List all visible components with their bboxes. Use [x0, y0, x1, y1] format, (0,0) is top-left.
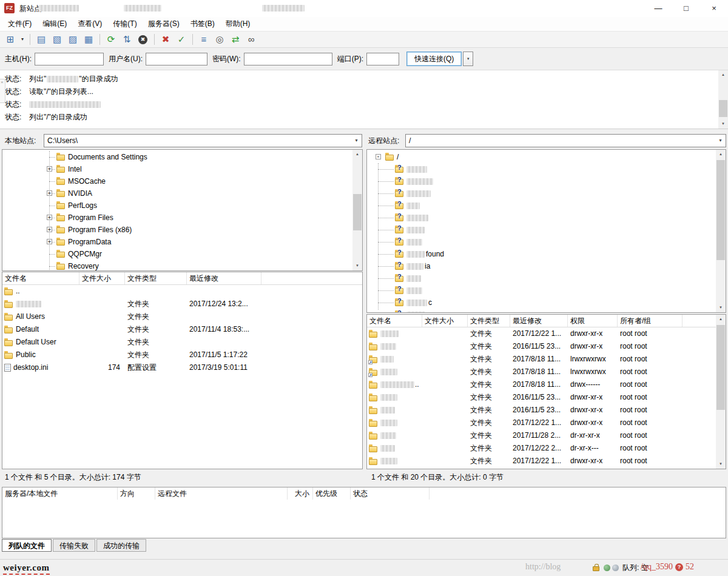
remote-site-combo[interactable]: / ▾ [405, 134, 726, 147]
local-site-combo[interactable]: C:\Users\ ▾ [44, 134, 362, 147]
disconnect-button[interactable]: ✖ [158, 33, 173, 46]
scroll-down-icon[interactable]: ▼ [716, 460, 726, 469]
file-row[interactable]: ↗文件夹2017/8/18 11...lrwxrwxrwxroot root [367, 366, 726, 378]
column-header[interactable]: 最近修改 [187, 272, 261, 284]
file-row[interactable]: ..文件夹2017/8/18 11...drwx------root root [367, 378, 726, 391]
file-row[interactable]: 文件夹2016/11/5 23...drwxr-xr-xroot root [367, 340, 726, 353]
tree-item[interactable]: ? [367, 309, 726, 313]
close-button[interactable]: × [700, 0, 728, 17]
column-header[interactable]: 大小 [288, 487, 313, 500]
tree-item[interactable]: ? [367, 175, 726, 187]
tree-expander[interactable]: + [47, 239, 52, 244]
maximize-button[interactable]: □ [672, 0, 700, 17]
tree-item[interactable]: +Program Files [2, 212, 362, 224]
file-row[interactable]: Default User文件夹 [2, 336, 362, 349]
scroll-track[interactable] [716, 159, 726, 303]
cancel-button[interactable]: ✖ [138, 35, 147, 44]
scroll-up-icon[interactable]: ▲ [716, 315, 726, 324]
scroll-up-icon[interactable]: ▲ [718, 70, 728, 79]
tree-item[interactable]: ?ia [367, 260, 726, 272]
tree-expander[interactable]: - [376, 154, 381, 159]
tree-item[interactable]: Recovery [2, 260, 362, 271]
remote-list-scrollbar[interactable]: ▲▼ [716, 315, 726, 469]
tree-item[interactable]: ? [367, 163, 726, 175]
minimize-button[interactable]: — [644, 0, 672, 17]
scroll-up-icon[interactable]: ▲ [716, 150, 726, 159]
file-row[interactable]: 文件夹2017/12/22 1...drwxr-xr-xroot root [367, 327, 726, 340]
tree-item[interactable]: ? [367, 284, 726, 296]
file-row[interactable]: 文件夹2016/11/5 23...drwxr-xr-xroot root [367, 391, 726, 404]
queue-tab[interactable]: 传输失败 [53, 539, 95, 552]
tree-item[interactable]: +NVIDIA [2, 187, 362, 199]
column-header[interactable]: 优先级 [313, 487, 351, 500]
toggle-local-tree-button[interactable]: ▧ [50, 33, 64, 46]
menu-help[interactable]: 帮助(H) [220, 17, 256, 31]
column-header[interactable]: 文件大小 [79, 272, 125, 284]
tree-expander[interactable]: + [47, 215, 52, 220]
menu-view[interactable]: 查看(V) [72, 17, 107, 31]
chevron-down-icon[interactable]: ▾ [715, 135, 726, 147]
file-row[interactable]: desktop.ini174配置设置2017/3/19 5:01:11 [2, 361, 362, 374]
filter-button[interactable]: ≡ [197, 33, 211, 46]
column-header[interactable]: 文件类型 [468, 315, 510, 327]
column-header[interactable]: 状态 [351, 487, 430, 500]
column-header[interactable]: 最近修改 [510, 315, 568, 327]
username-input[interactable] [146, 53, 207, 65]
column-header[interactable]: 服务器/本地文件 [2, 487, 118, 500]
file-row[interactable]: 文件夹2016/11/5 23...drwxr-xr-xroot root [367, 404, 726, 417]
tree-item[interactable]: QQPCMgr [2, 248, 362, 260]
column-header[interactable]: 文件大小 [422, 315, 468, 327]
remote-tree-scrollbar[interactable]: ▲▼ [716, 150, 726, 312]
tree-item[interactable]: +ProgramData [2, 236, 362, 248]
tree-item[interactable]: ? [367, 212, 726, 224]
refresh-button[interactable]: ⟳ [104, 33, 118, 46]
quickconnect-button[interactable]: 快速连接(Q) [406, 52, 462, 66]
file-row[interactable]: 文件夹2017/11/28 2...dr-xr-xr-xroot root [367, 429, 726, 442]
file-row[interactable]: All Users文件夹 [2, 310, 362, 323]
tree-item[interactable]: +Program Files (x86) [2, 224, 362, 236]
file-row[interactable]: 文件夹2017/12/22 1...drwxr-xr-xroot root [367, 455, 726, 467]
reconnect-button[interactable]: ✓ [174, 33, 189, 46]
compare-button[interactable]: ◎ [212, 33, 227, 46]
scroll-thumb[interactable] [716, 160, 725, 260]
scroll-down-icon[interactable]: ▼ [352, 261, 362, 270]
queue-tab[interactable]: 列队的文件 [2, 539, 52, 552]
file-row[interactable]: ↗文件夹2017/8/18 11...lrwxrwxrwxroot root [367, 353, 726, 366]
menu-edit[interactable]: 编辑(E) [37, 17, 72, 31]
tree-item[interactable]: +Intel [2, 163, 362, 175]
tree-item[interactable]: Documents and Settings [2, 151, 362, 163]
lock-icon[interactable] [593, 566, 599, 571]
file-row[interactable]: 文件夹2017/12/24 13:2... [2, 298, 362, 310]
column-header[interactable]: 远程文件 [155, 487, 288, 500]
tree-item[interactable]: ?found [367, 248, 726, 260]
tree-item[interactable]: ? [367, 187, 726, 199]
tree-item[interactable]: ? [367, 199, 726, 212]
scroll-up-icon[interactable]: ▲ [352, 150, 362, 159]
local-tree-scrollbar[interactable]: ▲▼ [352, 150, 362, 270]
menu-server[interactable]: 服务器(S) [143, 17, 185, 31]
column-header[interactable]: 方向 [118, 487, 155, 500]
tree-item[interactable]: ?c [367, 296, 726, 309]
quickconnect-dropdown[interactable]: ▾ [463, 52, 473, 66]
tree-item[interactable]: ? [367, 272, 726, 284]
file-row[interactable]: 文件夹2017/12/22 2...dr-xr-x---root root [367, 442, 726, 455]
queue-tab[interactable]: 成功的传输 [96, 539, 146, 552]
toggle-queue-button[interactable]: ▦ [81, 33, 96, 46]
tree-item[interactable]: MSOCache [2, 175, 362, 187]
menu-bookmarks[interactable]: 书签(B) [185, 17, 220, 31]
tree-expander[interactable]: + [47, 166, 52, 172]
file-row[interactable]: .. [2, 285, 362, 298]
tree-expander[interactable]: + [47, 227, 52, 232]
toggle-log-button[interactable]: ▤ [34, 33, 49, 46]
site-manager-dropdown[interactable]: ▾ [19, 33, 26, 46]
menu-file[interactable]: 文件(F) [2, 17, 37, 31]
process-queue-button[interactable]: ⇅ [120, 33, 134, 46]
scroll-thumb[interactable] [716, 325, 725, 410]
chevron-down-icon[interactable]: ▾ [351, 135, 362, 147]
log-scrollbar[interactable]: ▲▼ [718, 70, 728, 129]
column-header[interactable]: 所有者/组 [618, 315, 682, 327]
site-manager-button[interactable]: ⊞ [3, 33, 18, 46]
search-button[interactable]: ∞ [244, 33, 258, 46]
password-input[interactable] [244, 53, 332, 65]
tree-expander[interactable]: + [47, 190, 52, 196]
